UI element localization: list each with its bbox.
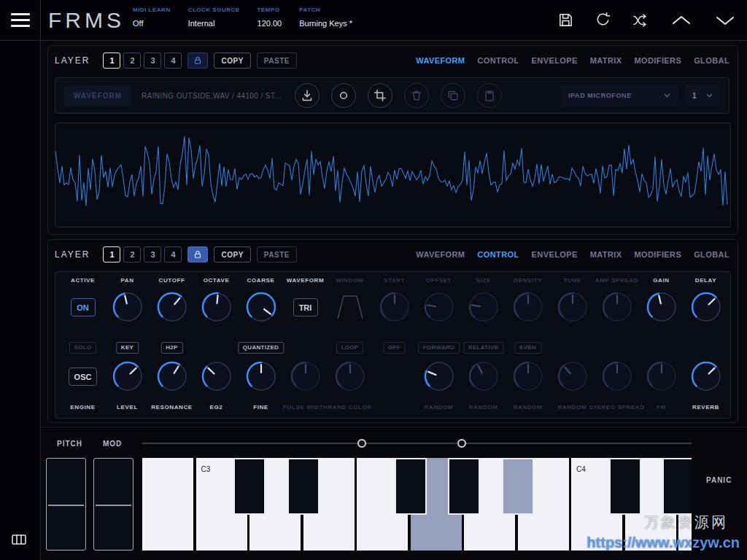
knob-reverb[interactable] [689, 359, 723, 393]
layer-button-4[interactable]: 4 [164, 52, 182, 69]
knob-random[interactable] [511, 359, 545, 393]
tab-envelope[interactable]: ENVELOPE [532, 250, 578, 259]
black-key-Ds3[interactable] [287, 458, 320, 515]
copy-button[interactable]: COPY [214, 246, 250, 262]
knob-level[interactable] [111, 359, 144, 393]
knob-amp-spread[interactable] [600, 290, 634, 324]
pitch-wheel[interactable] [46, 458, 86, 551]
button-forward[interactable]: FORWARD [418, 342, 460, 354]
mod-wheel[interactable] [93, 458, 133, 551]
button-key[interactable]: KEY [116, 342, 139, 354]
button-loop[interactable]: LOOP [336, 342, 364, 354]
waveform-mode-button[interactable]: WAVEFORM [64, 85, 131, 106]
knob-delay[interactable] [689, 290, 723, 324]
button-even[interactable]: EVEN [514, 342, 541, 354]
knob-gain[interactable] [645, 290, 678, 324]
knob-start[interactable] [378, 290, 411, 324]
button-solo[interactable]: SOLO [69, 342, 97, 354]
knob-rand-color[interactable] [333, 359, 367, 393]
paste-button[interactable]: PASTE [257, 246, 297, 262]
record-icon[interactable] [331, 83, 356, 108]
layer-button-3[interactable]: 3 [144, 52, 161, 69]
label-size: SIZE [476, 277, 490, 284]
tab-modifiers[interactable]: MODIFIERS [634, 250, 681, 259]
input-channel-select[interactable]: 1 [685, 85, 720, 106]
knob-random[interactable] [422, 359, 456, 393]
layer-button-2[interactable]: 2 [123, 246, 141, 262]
tab-waveform[interactable]: WAVEFORM [416, 56, 465, 65]
collapse-up-icon[interactable] [670, 13, 693, 28]
tab-global[interactable]: GLOBAL [694, 56, 729, 65]
button-h2p[interactable]: H2P [160, 342, 182, 354]
input-source-select[interactable]: IPAD MICROFONE [561, 85, 678, 106]
button-relative[interactable]: RELATIVE [463, 342, 503, 354]
black-key-Gs3[interactable] [448, 458, 480, 515]
knob-tune[interactable] [556, 290, 589, 324]
knob-cutoff[interactable] [155, 290, 189, 324]
shuffle-icon[interactable] [632, 12, 649, 29]
clipboard-icon[interactable] [477, 83, 502, 108]
button-on[interactable]: ON [71, 298, 96, 316]
black-key-Fs3[interactable] [395, 458, 427, 515]
lock-button[interactable] [187, 52, 208, 69]
black-key-Cs3[interactable] [233, 458, 266, 515]
tab-envelope[interactable]: ENVELOPE [532, 56, 578, 65]
copy-button[interactable]: COPY [214, 52, 250, 69]
black-key-Cs4[interactable] [609, 458, 641, 515]
layer-button-4[interactable]: 4 [164, 246, 182, 262]
duplicate-icon[interactable] [441, 83, 465, 108]
tab-matrix[interactable]: MATRIX [590, 250, 622, 259]
panic-button[interactable]: PANIC [706, 476, 732, 484]
slider-handle-1[interactable] [357, 439, 366, 448]
knob-pan[interactable] [111, 290, 144, 324]
knob-coarse[interactable] [244, 290, 278, 324]
layer-button-1[interactable]: 1 [103, 246, 120, 262]
knob-random[interactable] [556, 359, 589, 393]
knob-octave[interactable] [200, 290, 233, 324]
knob-stereo-spread[interactable] [600, 359, 634, 393]
menu-button[interactable] [0, 0, 41, 40]
crop-icon[interactable] [368, 83, 392, 108]
knob-density[interactable] [511, 290, 545, 324]
lock-button[interactable] [187, 246, 208, 262]
midi-learn-field[interactable]: MIDI LEARN Off [133, 7, 171, 28]
button-off[interactable]: OFF [383, 342, 406, 354]
keyboard-panel-icon[interactable] [11, 532, 27, 551]
knob-resonance[interactable] [155, 359, 189, 393]
knob-random[interactable] [467, 359, 500, 393]
layer-button-2[interactable]: 2 [123, 52, 141, 69]
knob-size[interactable] [467, 290, 500, 324]
patch-field[interactable]: PATCH Burning Keys * [299, 7, 352, 28]
undo-icon[interactable] [595, 12, 611, 28]
tempo-field[interactable]: TEMPO 120.00 [258, 7, 282, 28]
knob-offset[interactable] [422, 290, 456, 324]
tab-modifiers[interactable]: MODIFIERS [634, 56, 681, 65]
black-key-Ds4[interactable] [662, 458, 692, 515]
button-tri[interactable]: TRI [293, 298, 318, 316]
import-icon[interactable] [295, 83, 320, 108]
loop-range-slider[interactable] [142, 439, 692, 448]
slider-handle-2[interactable] [457, 439, 466, 448]
knob-eg2[interactable] [200, 359, 233, 393]
tab-control[interactable]: CONTROL [477, 56, 519, 65]
knob-fm[interactable] [645, 359, 678, 393]
waveform-display[interactable] [55, 122, 731, 228]
tab-control[interactable]: CONTROL [477, 250, 519, 259]
layer-button-3[interactable]: 3 [144, 246, 161, 262]
delete-icon[interactable] [404, 83, 429, 108]
paste-button[interactable]: PASTE [257, 52, 297, 69]
expand-down-icon[interactable] [713, 13, 737, 28]
tab-waveform[interactable]: WAVEFORM [416, 250, 465, 259]
tab-global[interactable]: GLOBAL [694, 250, 729, 259]
window-shape-display[interactable] [333, 290, 367, 324]
button-quantized[interactable]: QUANTIZED [238, 342, 284, 354]
save-icon[interactable] [557, 12, 574, 28]
white-key-B2[interactable] [142, 458, 193, 551]
layer-button-1[interactable]: 1 [103, 52, 120, 69]
knob-pulse-width[interactable] [289, 359, 322, 393]
clock-source-field[interactable]: CLOCK SOURCE Internal [188, 7, 240, 28]
knob-fine[interactable] [244, 359, 278, 393]
tab-matrix[interactable]: MATRIX [590, 56, 622, 65]
black-key-As3[interactable] [502, 458, 534, 515]
button-osc[interactable]: OSC [69, 368, 98, 386]
